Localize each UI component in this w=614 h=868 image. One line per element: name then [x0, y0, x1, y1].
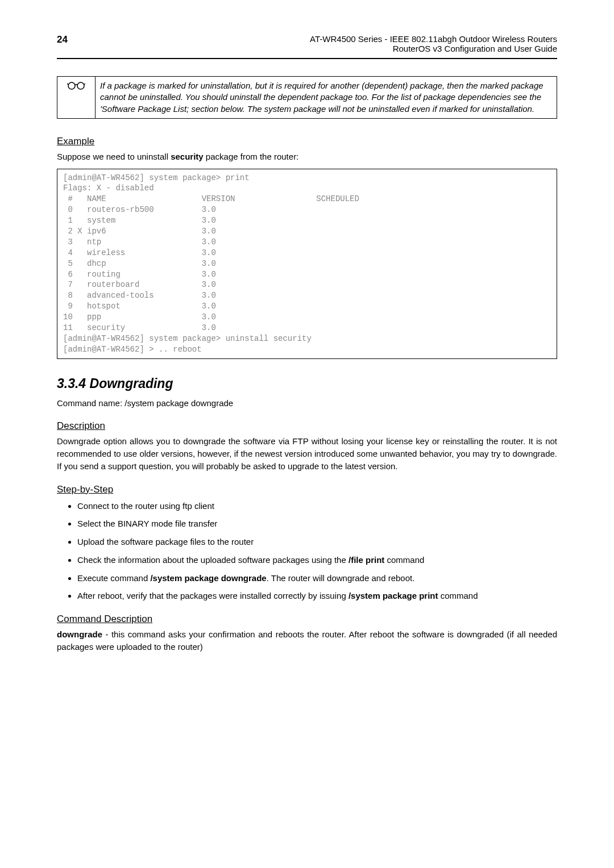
svg-line-3 — [84, 84, 85, 85]
command-desc-bold: downgrade — [57, 629, 102, 639]
note-text-cell: If a package is marked for uninstallatio… — [96, 77, 557, 119]
page-header: 24 AT-WR4500 Series - IEEE 802.11abgh Ou… — [57, 34, 557, 53]
step-list: Connect to the router using ftp client S… — [57, 500, 557, 603]
step-suffix: command — [384, 555, 424, 565]
step-bold: /file print — [349, 555, 384, 565]
example-intro-prefix: Suppose we need to uninstall — [57, 152, 171, 161]
command-desc-text: - this command asks your confirmation an… — [57, 629, 557, 652]
example-heading: Example — [57, 136, 557, 147]
step-suffix: . The router will downgrade and reboot. — [267, 573, 415, 583]
note-icon-cell — [57, 77, 96, 119]
step-by-step-heading: Step-by-Step — [57, 484, 557, 495]
example-intro-bold: security — [171, 152, 204, 161]
command-description-text: downgrade - this command asks your confi… — [57, 628, 557, 653]
header-title-line2: RouterOS v3 Configuration and User Guide — [310, 44, 557, 53]
example-intro: Suppose we need to uninstall security pa… — [57, 151, 557, 163]
note-box: If a package is marked for uninstallatio… — [57, 76, 557, 119]
downgrading-heading: 3.3.4 Downgrading — [57, 376, 557, 391]
list-item: Check the information about the uploaded… — [77, 554, 557, 566]
step-prefix: Check the information about the uploaded… — [77, 555, 349, 565]
step-bold: /system package print — [349, 591, 438, 600]
step-suffix: command — [438, 591, 478, 600]
glasses-icon — [67, 84, 85, 93]
example-intro-suffix: package from the router: — [204, 152, 299, 161]
list-item: After reboot, verify that the packages w… — [77, 590, 557, 602]
step-text: Upload the software package files to the… — [77, 537, 254, 546]
note-text: If a package is marked for uninstallatio… — [100, 81, 544, 114]
command-description-heading: Command Description — [57, 614, 557, 625]
description-heading: Description — [57, 420, 557, 432]
list-item: Upload the software package files to the… — [77, 536, 557, 548]
step-text: Connect to the router using ftp client — [77, 501, 214, 511]
svg-point-0 — [68, 82, 75, 89]
step-bold: /system package downgrade — [150, 573, 266, 583]
svg-point-1 — [77, 82, 84, 89]
header-title-line1: AT-WR4500 Series - IEEE 802.11abgh Outdo… — [310, 34, 557, 44]
header-title: AT-WR4500 Series - IEEE 802.11abgh Outdo… — [310, 34, 557, 53]
list-item: Connect to the router using ftp client — [77, 500, 557, 512]
step-prefix: Execute command — [77, 573, 150, 583]
step-text: Select the BINARY mode file transfer — [77, 519, 217, 528]
list-item: Execute command /system package downgrad… — [77, 572, 557, 585]
svg-line-2 — [67, 84, 68, 85]
list-item: Select the BINARY mode file transfer — [77, 518, 557, 530]
description-text: Downgrade option allows you to downgrade… — [57, 435, 557, 472]
header-divider — [57, 58, 557, 59]
command-name-text: Command name: /system package downgrade — [57, 397, 557, 410]
example-code-block: [admin@AT-WR4562] system package> print … — [57, 169, 557, 359]
step-prefix: After reboot, verify that the packages w… — [77, 591, 349, 600]
page-number: 24 — [57, 34, 68, 45]
